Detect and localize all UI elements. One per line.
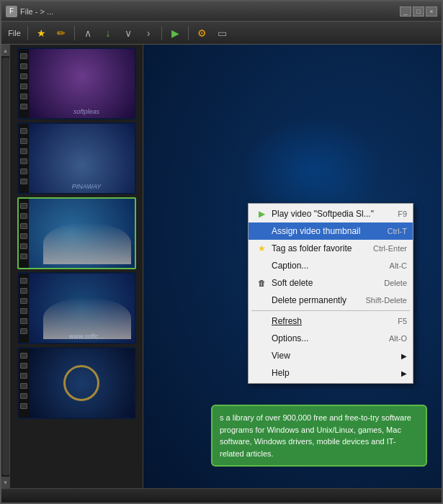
film-marks-2 [19,124,29,193]
context-menu: ▶ Play video "Softpedia Sl..." F9 Assign… [248,203,413,384]
menu-shortcut-tag-favorite: Ctrl-Enter [373,244,407,253]
menu-label-view: View [272,351,398,361]
menu-item-refresh[interactable]: Refresh F5 [249,312,413,330]
film-item-4[interactable]: www.softc... [17,272,136,344]
close-button[interactable]: × [426,6,437,17]
menu-item-delete-perm[interactable]: Delete permanently Shift-Delete [249,292,413,309]
menu-shortcut-refresh: F5 [398,317,407,325]
maximize-button[interactable]: □ [413,6,424,17]
menu-shortcut-delete-perm: Shift-Delete [366,296,407,305]
play-video-icon: ▶ [254,208,269,220]
film-text-4: www.softc... [40,333,133,340]
options-icon [254,333,269,344]
star-toolbar-button[interactable]: ★ [32,24,50,42]
pencil-toolbar-button[interactable]: ✏ [53,24,70,42]
caption-icon [254,260,269,271]
menu-shortcut-assign-thumb: Ctrl-T [388,227,408,235]
menu-label-play-video: Play video "Softpedia Sl..." [272,209,392,219]
film-item-1[interactable]: softpleas [17,48,136,120]
status-bar [1,488,442,503]
menu-label-tag-favorite: Tag as folder favorite [272,243,367,253]
toolbar-separator-1 [27,26,28,40]
title-bar: F File - > ... _ □ × [1,1,442,22]
minimize-button[interactable]: _ [400,6,411,17]
filmstrip-panel: softpleas PINAWAY [10,45,143,488]
menu-label-refresh: Refresh [272,316,392,326]
menu-shortcut-soft-delete: Delete [384,279,407,287]
nav-up-button[interactable]: ∧ [79,24,97,42]
toolbar-separator-2 [74,26,75,40]
toolbar-separator-4 [188,26,189,40]
toolbar-separator-3 [161,26,162,40]
menu-label-assign-thumb: Assign video thumbnail [272,226,382,236]
help-submenu-arrow: ▶ [401,369,407,377]
menu-shortcut-options: Alt-O [389,334,407,343]
menu-item-tag-favorite[interactable]: ★ Tag as folder favorite Ctrl-Enter [249,240,413,257]
tag-favorite-icon: ★ [254,243,269,254]
film-content-5 [29,348,135,418]
menu-item-caption[interactable]: Caption... Alt-C [249,257,413,274]
menu-item-soft-delete[interactable]: 🗑 Soft delete Delete [249,274,413,292]
nav-chevron-button[interactable]: ∨ [120,24,137,42]
film-content-1: softpleas [29,49,135,118]
film-content-3 [29,199,135,268]
menu-item-options[interactable]: Options... Alt-O [249,330,413,347]
overlay-text: s a library of over 900,000 free and fre… [220,413,411,458]
main-area: ▲ ▼ softpleas [1,45,442,488]
left-scrollbar: ▲ ▼ [1,45,10,488]
scroll-down-arrow[interactable]: ▼ [1,477,10,488]
title-bar-text: File - > ... [20,7,400,16]
film-text-2: PINAWAY [40,183,133,190]
menu-separator-1 [251,310,410,311]
menu-shortcut-caption: Alt-C [390,261,407,270]
content-panel: s a library of over 900,000 free and fre… [143,45,442,488]
title-bar-controls: _ □ × [400,6,437,17]
content-overlay: s a library of over 900,000 free and fre… [211,405,427,467]
menu-label-help: Help [272,368,398,378]
file-menu-button[interactable]: File [6,24,23,42]
film-marks-4 [19,274,29,343]
film-item-5[interactable] [17,347,136,419]
app-icon-symbol: F [9,7,14,15]
assign-thumb-icon [254,225,269,237]
help-icon [254,367,269,379]
menu-label-options: Options... [272,333,383,343]
menu-item-help[interactable]: Help ▶ [249,364,413,382]
scroll-thumb [2,58,9,475]
app-window: F File - > ... _ □ × File ★ ✏ ∧ ↓ ∨ › ▶ … [0,0,443,504]
toolbar: File ★ ✏ ∧ ↓ ∨ › ▶ ⚙ ▭ [1,22,442,45]
menu-label-delete-perm: Delete permanently [272,295,360,305]
film-marks-3 [19,199,29,268]
play-button[interactable]: ▶ [166,24,184,42]
film-item-3[interactable] [17,197,136,269]
view-icon [254,350,269,361]
film-text-1: softpleas [40,108,133,115]
film-marks-1 [19,49,29,118]
menu-label-caption: Caption... [272,261,384,271]
delete-perm-icon [254,294,269,306]
menu-item-view[interactable]: View ▶ [249,347,413,364]
monitor-button[interactable]: ▭ [213,24,231,42]
film-content-2: PINAWAY [29,124,135,193]
view-submenu-arrow: ▶ [401,352,407,360]
menu-item-assign-thumb[interactable]: Assign video thumbnail Ctrl-T [249,222,413,240]
film-person-3 [43,222,131,264]
scroll-up-arrow[interactable]: ▲ [1,45,10,56]
film-marks-5 [19,348,29,418]
film-content-4: www.softc... [29,274,135,343]
app-icon: F [6,6,17,17]
settings-button[interactable]: ⚙ [193,24,210,42]
menu-label-soft-delete: Soft delete [272,278,378,288]
menu-item-play-video[interactable]: ▶ Play video "Softpedia Sl..." F9 [249,205,413,222]
film-item-2[interactable]: PINAWAY [17,122,136,194]
menu-shortcut-play-video: F9 [398,210,407,218]
film-spiral-5 [63,365,99,401]
nav-down-button[interactable]: ↓ [99,24,117,42]
soft-delete-icon: 🗑 [254,277,269,289]
refresh-icon [254,315,269,327]
nav-right-button[interactable]: › [140,24,157,42]
